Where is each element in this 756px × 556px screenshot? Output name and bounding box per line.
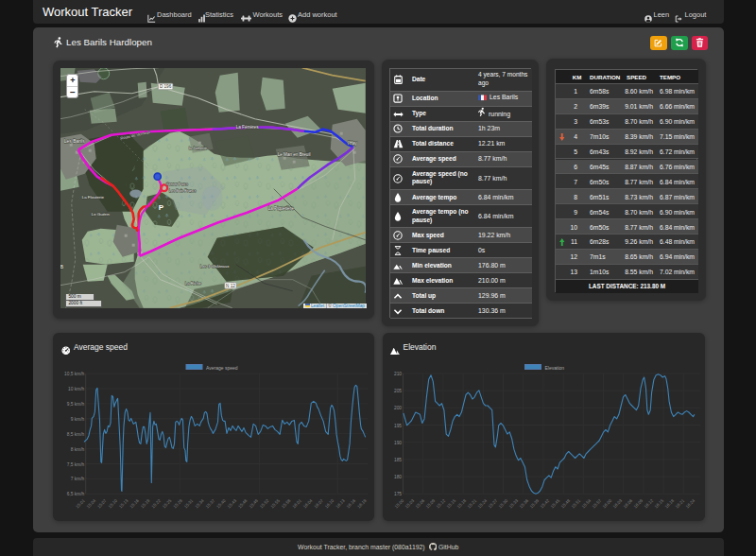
svg-text:15:00: 15:00: [393, 497, 404, 509]
svg-text:8 km/h: 8 km/h: [71, 446, 85, 451]
svg-text:15:34: 15:34: [194, 497, 205, 509]
svg-text:la Jamerie: la Jamerie: [189, 145, 208, 149]
svg-text:16:10: 16:10: [324, 497, 335, 509]
svg-text:15:28: 15:28: [172, 497, 183, 509]
svg-text:15:21: 15:21: [466, 497, 477, 509]
svg-text:185: 185: [393, 457, 401, 461]
svg-text:16:13: 16:13: [335, 497, 346, 509]
svg-text:6,5 km/h: 6,5 km/h: [67, 492, 85, 496]
svg-text:7,5 km/h: 7,5 km/h: [67, 461, 85, 466]
svg-text:10 km/h: 10 km/h: [68, 387, 84, 391]
svg-text:15:27: 15:27: [487, 497, 498, 509]
svg-text:15:19: 15:19: [140, 497, 151, 509]
svg-text:10,5 km/h: 10,5 km/h: [64, 372, 84, 376]
svg-text:15:22: 15:22: [150, 497, 162, 509]
svg-text:16:15: 16:15: [653, 497, 664, 509]
svg-text:16:18: 16:18: [663, 497, 675, 509]
svg-text:15:12: 15:12: [435, 497, 446, 509]
svg-text:15:51: 15:51: [570, 497, 581, 509]
svg-text:195: 195: [393, 423, 401, 427]
svg-text:15:52: 15:52: [259, 497, 270, 509]
svg-text:P: P: [159, 202, 164, 211]
svg-text:15:42: 15:42: [539, 497, 550, 509]
svg-text:15:30: 15:30: [497, 497, 508, 509]
svg-text:15:37: 15:37: [205, 497, 216, 509]
svg-text:9 km/h: 9 km/h: [71, 416, 85, 421]
svg-text:15:48: 15:48: [559, 497, 571, 509]
svg-text:16:24: 16:24: [684, 497, 696, 509]
svg-text:15:01: 15:01: [75, 497, 86, 509]
svg-text:15:31: 15:31: [183, 497, 195, 509]
svg-text:205: 205: [393, 389, 401, 393]
svg-text:15:55: 15:55: [270, 497, 282, 509]
svg-text:Le Man en Breuil: Le Man en Breuil: [278, 151, 311, 156]
svg-text:16:16: 16:16: [346, 497, 357, 509]
svg-text:15:03: 15:03: [404, 497, 415, 509]
svg-text:15:49: 15:49: [249, 497, 260, 509]
svg-text:15:09: 15:09: [424, 497, 436, 509]
svg-text:15:57: 15:57: [591, 497, 602, 509]
svg-text:Le Guérin: Le Guérin: [92, 211, 111, 216]
svg-text:15:54: 15:54: [580, 497, 592, 509]
svg-text:l’Hay: l’Hay: [348, 140, 358, 145]
svg-text:Les Barils: Les Barils: [64, 137, 85, 143]
svg-text:N 12: N 12: [226, 283, 235, 287]
svg-text:La Piquetière: La Piquetière: [268, 205, 295, 210]
svg-text:15:36: 15:36: [518, 497, 529, 509]
svg-text:180: 180: [393, 475, 401, 479]
svg-text:15:04: 15:04: [86, 497, 97, 509]
svg-text:16:03: 16:03: [611, 497, 623, 509]
svg-text:15:58: 15:58: [281, 497, 292, 509]
svg-text:15:16: 15:16: [129, 497, 141, 509]
svg-text:16:21: 16:21: [674, 497, 685, 509]
svg-text:16:04: 16:04: [302, 497, 314, 509]
svg-text:D 196: D 196: [160, 84, 172, 89]
svg-text:15:13: 15:13: [118, 497, 129, 509]
svg-text:15:46: 15:46: [237, 497, 249, 509]
svg-text:15:40: 15:40: [215, 497, 227, 509]
svg-text:15:06: 15:06: [414, 497, 425, 509]
svg-text:9,5 km/h: 9,5 km/h: [67, 401, 85, 406]
svg-text:16:19: 16:19: [356, 497, 368, 509]
svg-text:15:15: 15:15: [445, 497, 456, 509]
svg-text:Center Parcs: Center Parcs: [166, 181, 188, 185]
svg-text:16:07: 16:07: [313, 497, 324, 509]
svg-text:Elevation: Elevation: [544, 364, 564, 370]
svg-text:16:00: 16:00: [601, 497, 612, 509]
svg-text:15:10: 15:10: [108, 497, 119, 509]
svg-text:175: 175: [393, 492, 401, 496]
svg-text:190: 190: [393, 440, 401, 444]
svg-text:15:07: 15:07: [96, 497, 108, 509]
svg-text:15:33: 15:33: [507, 497, 519, 509]
svg-text:200: 200: [393, 406, 401, 410]
svg-text:210: 210: [393, 371, 401, 375]
svg-text:15:18: 15:18: [455, 497, 467, 509]
svg-text:8,5 km/h: 8,5 km/h: [67, 431, 85, 436]
svg-text:16:12: 16:12: [643, 497, 654, 509]
svg-text:16:01: 16:01: [291, 497, 302, 509]
svg-text:7 km/h: 7 km/h: [71, 477, 85, 481]
svg-text:16:09: 16:09: [632, 497, 644, 509]
svg-text:Average speed: Average speed: [206, 364, 238, 370]
svg-text:15:24: 15:24: [476, 497, 488, 509]
svg-text:Les Bois-Francs: Les Bois-Francs: [169, 187, 197, 192]
svg-text:15:45: 15:45: [549, 497, 560, 509]
svg-text:Les 3 Châteaux: Les 3 Châteaux: [200, 263, 231, 268]
svg-text:La Férrères: La Férrères: [236, 124, 259, 129]
svg-text:15:43: 15:43: [227, 497, 238, 509]
svg-text:La Flouterie: La Flouterie: [82, 194, 105, 199]
svg-text:16:06: 16:06: [622, 497, 633, 509]
svg-text:15:25: 15:25: [162, 497, 173, 509]
svg-text:La Riche: La Riche: [185, 280, 202, 285]
svg-text:15:39: 15:39: [528, 497, 540, 509]
